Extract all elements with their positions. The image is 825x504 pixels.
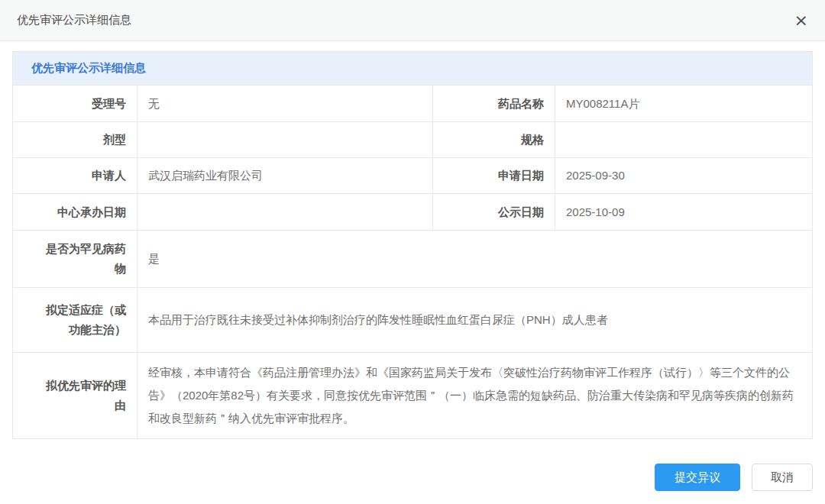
table-row: 申请人 武汉启瑞药业有限公司 申请日期 2025-09-30 [13, 158, 812, 194]
field-label-drug-name: 药品名称 [433, 86, 555, 121]
field-value-center-date [138, 194, 433, 230]
table-row: 拟优先审评的理由 经审核，本申请符合《药品注册管理办法》和《国家药监局关于发布〈… [13, 353, 812, 439]
table-row: 剂型 规格 [13, 122, 812, 158]
field-label-indication: 拟定适应症（或功能主治） [13, 288, 138, 352]
field-label-applicant: 申请人 [13, 158, 138, 193]
field-value-apply-date: 2025-09-30 [555, 158, 812, 193]
submit-objection-button[interactable]: 提交异议 [655, 464, 740, 491]
table-row: 拟定适应症（或功能主治） 本品用于治疗既往未接受过补体抑制剂治疗的阵发性睡眠性血… [13, 288, 812, 353]
panel-header: 优先审评公示详细信息 [13, 52, 812, 86]
close-icon[interactable]: × [794, 12, 808, 29]
field-value-publicity-date: 2025-10-09 [555, 194, 812, 230]
field-label-apply-date: 申请日期 [433, 158, 555, 193]
table-row: 中心承办日期 公示日期 2025-10-09 [13, 194, 812, 231]
field-label-specification: 规格 [433, 122, 555, 157]
table-row: 是否为罕见病药物 是 [13, 231, 812, 288]
field-value-specification [555, 122, 812, 157]
field-value-drug-name: MY008211A片 [555, 86, 812, 121]
field-label-rare-disease: 是否为罕见病药物 [13, 231, 138, 287]
dialog-header: 优先审评公示详细信息 × [0, 0, 825, 41]
field-label-publicity-date: 公示日期 [433, 194, 555, 230]
field-value-review-reason: 经审核，本申请符合《药品注册管理办法》和《国家药监局关于发布〈突破性治疗药物审评… [138, 353, 812, 438]
detail-table: 优先审评公示详细信息 受理号 无 药品名称 MY008211A片 剂型 规格 申… [12, 51, 813, 439]
field-value-rare-disease: 是 [138, 231, 812, 287]
field-value-dosage-form [138, 122, 433, 157]
field-value-indication: 本品用于治疗既往未接受过补体抑制剂治疗的阵发性睡眠性血红蛋白尿症（PNH）成人患… [138, 288, 812, 352]
field-value-acceptance-no: 无 [138, 86, 433, 121]
field-value-applicant: 武汉启瑞药业有限公司 [138, 158, 433, 193]
dialog-footer: 提交异议 取消 [0, 464, 825, 491]
cancel-button[interactable]: 取消 [752, 464, 813, 491]
field-label-acceptance-no: 受理号 [13, 86, 138, 121]
field-label-center-date: 中心承办日期 [13, 194, 138, 230]
field-label-review-reason: 拟优先审评的理由 [13, 353, 138, 438]
table-row: 受理号 无 药品名称 MY008211A片 [13, 86, 812, 122]
field-label-dosage-form: 剂型 [13, 122, 138, 157]
dialog-title: 优先审评公示详细信息 [17, 13, 131, 27]
